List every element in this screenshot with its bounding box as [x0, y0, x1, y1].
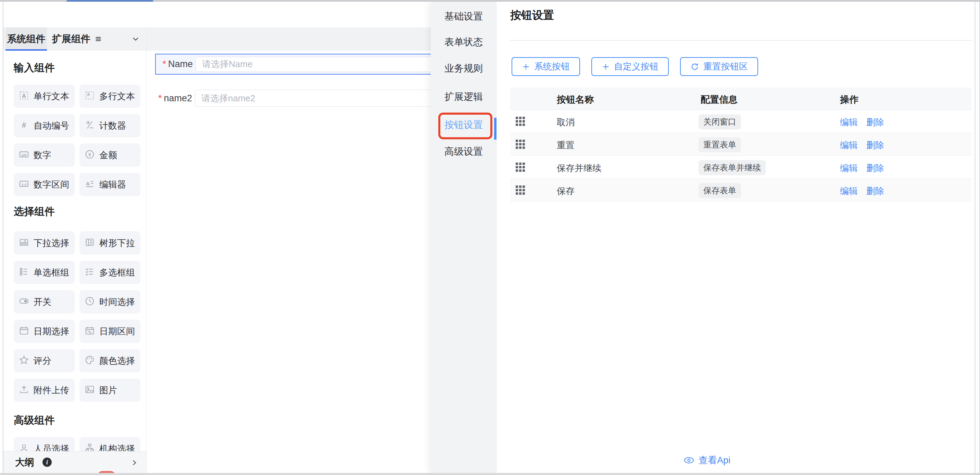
component-tile-org-picker[interactable]: 机构选择 [80, 437, 140, 451]
person-picker-icon [19, 443, 29, 451]
component-tile-auto-number[interactable]: #自动编号 [14, 114, 75, 137]
component-tile-counter[interactable]: 计数器 [80, 114, 140, 137]
form-field-name-selected[interactable]: *Name 请选择Name [155, 54, 431, 75]
name-select-input[interactable]: 请选择Name [196, 57, 431, 72]
component-label: 人员选择 [33, 443, 69, 451]
delete-link[interactable]: 删除 [866, 116, 884, 128]
component-tile-color-picker[interactable]: 颜色选择 [80, 349, 140, 372]
component-tile-multi-line-text[interactable]: A多行文本 [80, 84, 140, 108]
tab-system-components[interactable]: 系统组件 [5, 27, 47, 51]
browser-tab-accent [67, 0, 153, 2]
number-range-icon: 1~3 [19, 179, 29, 190]
component-tile-radio-group[interactable]: 单选框组 [14, 261, 75, 284]
edit-link[interactable]: 编辑 [840, 116, 858, 128]
component-tile-rating[interactable]: 评分 [14, 349, 75, 372]
component-grid: 人员选择机构选择 [14, 437, 142, 451]
delete-link[interactable]: 删除 [866, 185, 884, 197]
single-line-text-icon: A [19, 91, 29, 102]
drag-handle-icon[interactable] [516, 117, 525, 126]
drawer-scrollbar[interactable] [975, 2, 975, 473]
component-tile-date-picker[interactable]: 日期选择 [14, 319, 75, 343]
form-field-name2[interactable]: *name2 请选择name2 [155, 87, 431, 109]
add-custom-button[interactable]: 自定义按钮 [591, 57, 669, 76]
svg-text:123: 123 [21, 153, 27, 157]
plus-icon [522, 63, 530, 71]
component-label: 单选框组 [33, 267, 69, 278]
edit-link[interactable]: 编辑 [840, 185, 858, 197]
component-tile-number[interactable]: 123数字 [14, 143, 75, 167]
date-picker-icon [19, 326, 29, 337]
drag-handle-icon[interactable] [516, 162, 525, 172]
settings-menu-item-4[interactable]: 扩展逻辑 [444, 91, 483, 103]
form-canvas[interactable]: *Name 请选择Name *name2 请选择name2 [146, 27, 431, 473]
edit-link[interactable]: 编辑 [840, 139, 858, 151]
config-info-tag: 保存表单 [698, 183, 741, 198]
auto-number-icon: # [19, 120, 29, 132]
switch-icon [19, 296, 29, 308]
component-palette: 输入组件A单行文本A多行文本#自动编号计数器123数字¥金额1~3数字区间A编辑… [3, 51, 146, 451]
panel-title: 按钮设置 [510, 8, 554, 23]
table-row: 重置重置表单编辑删除 [510, 133, 971, 156]
app-window: 系统组件 扩展组件 输入组件A单行文本A多行文本#自动编号计数器123数字¥金额… [0, 0, 980, 475]
component-label: 单行文本 [33, 91, 69, 102]
tab-extension-components[interactable]: 扩展组件 [49, 27, 94, 51]
component-tile-number-range[interactable]: 1~3数字区间 [14, 173, 75, 196]
component-tile-attachment-upload[interactable]: 附件上传 [14, 378, 75, 402]
settings-menu: 基础设置表单状态业务规则扩展逻辑按钮设置高级设置 [431, 2, 496, 473]
component-label: 下拉选择 [33, 237, 69, 249]
component-label: 多选框组 [99, 267, 135, 278]
drag-handle-icon[interactable] [516, 140, 525, 149]
chevron-down-icon[interactable] [131, 34, 140, 44]
col-header-button-name: 按钮名称 [557, 94, 594, 106]
outline-bar[interactable]: 大纲 i 15 [3, 451, 146, 473]
settings-menu-item-2[interactable]: 表单状态 [444, 36, 483, 49]
drag-handle-icon[interactable] [516, 186, 525, 195]
component-label: 多行文本 [99, 91, 135, 102]
eye-icon [684, 455, 694, 466]
button-settings-panel: 按钮设置 系统按钮自定义按钮重置按钮区 按钮名称 配置信息 操作 取消关闭窗口编… [496, 2, 980, 473]
button-name-cell: 保存并继续 [557, 162, 601, 174]
add-system-button[interactable]: 系统按钮 [512, 57, 580, 76]
component-tile-checkbox-group[interactable]: 多选框组 [80, 261, 140, 284]
component-label: 金额 [99, 149, 117, 161]
component-tile-tree-dropdown[interactable]: 树形下拉 [80, 231, 140, 254]
component-tile-editor[interactable]: A编辑器 [80, 173, 140, 196]
settings-menu-item-1[interactable]: 基础设置 [444, 10, 483, 23]
settings-menu-item-6[interactable]: 高级设置 [444, 145, 483, 158]
checkbox-group-icon [84, 267, 95, 278]
settings-menu-item-3[interactable]: 业务规则 [444, 62, 483, 75]
info-icon: i [43, 458, 52, 467]
settings-menu-item-5[interactable]: 按钮设置 [444, 118, 483, 132]
component-label: 树形下拉 [99, 237, 135, 249]
component-tile-switch[interactable]: 开关 [14, 290, 75, 313]
sidebar-tab-row: 系统组件 扩展组件 [3, 27, 146, 51]
delete-link[interactable]: 删除 [866, 162, 884, 174]
col-header-config-info: 配置信息 [701, 94, 738, 106]
view-api-link[interactable]: 查看Api [684, 454, 730, 467]
component-label: 评分 [33, 355, 51, 367]
reset-button-area[interactable]: 重置按钮区 [680, 57, 758, 76]
component-grid: A单行文本A多行文本#自动编号计数器123数字¥金额1~3数字区间A编辑器 [14, 84, 142, 196]
component-tile-date-range[interactable]: 日期区间 [80, 319, 140, 343]
component-tile-time-picker[interactable]: 时间选择 [80, 290, 140, 313]
name2-select-input[interactable]: 请选择name2 [195, 90, 431, 107]
svg-text:¥: ¥ [89, 152, 91, 157]
chevron-right-icon[interactable] [130, 458, 139, 469]
component-label: 数字 [33, 149, 51, 161]
collapse-list-icon[interactable] [94, 34, 103, 44]
component-tile-single-line-text[interactable]: A单行文本 [14, 84, 75, 108]
component-label: 自动编号 [33, 120, 69, 132]
svg-text:A: A [86, 181, 90, 186]
component-tile-image[interactable]: 图片 [80, 378, 140, 402]
component-tile-person-picker[interactable]: 人员选择 [14, 437, 75, 451]
buttons-table: 按钮名称 配置信息 操作 取消关闭窗口编辑删除重置重置表单编辑删除保存并继续保存… [510, 87, 971, 202]
canvas-toolbar [146, 27, 431, 51]
required-asterisk: * [158, 93, 162, 103]
image-icon [84, 384, 95, 396]
component-label: 日期区间 [99, 326, 135, 337]
component-tile-amount[interactable]: ¥金额 [80, 143, 140, 167]
delete-link[interactable]: 删除 [866, 139, 884, 151]
edit-link[interactable]: 编辑 [840, 162, 858, 174]
radio-group-icon [19, 267, 29, 278]
component-tile-dropdown[interactable]: 下拉选择 [14, 231, 75, 254]
